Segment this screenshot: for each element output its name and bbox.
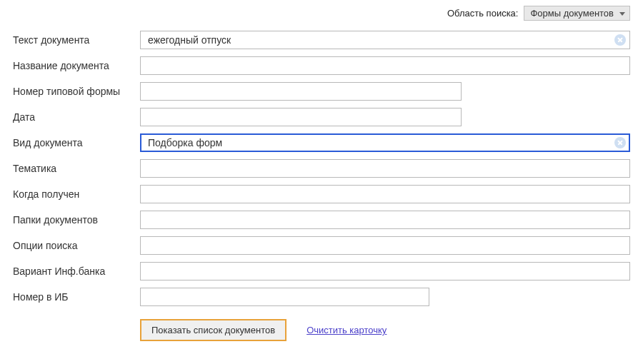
field-document-text (140, 31, 630, 49)
row-received: Когда получен (13, 185, 630, 203)
label-document-text: Текст документа (13, 34, 140, 46)
field-form-number (140, 82, 462, 101)
input-date[interactable] (140, 108, 462, 126)
field-folders (140, 211, 630, 229)
field-bank-variant (140, 262, 630, 280)
input-document-title[interactable] (140, 56, 630, 75)
field-ib-number (140, 288, 429, 306)
label-folders: Папки документов (13, 214, 140, 226)
field-options (140, 236, 630, 255)
search-form: Текст документа Название документа Номер… (0, 24, 643, 341)
label-received: Когда получен (13, 188, 140, 200)
input-form-number[interactable] (140, 82, 462, 101)
field-received (140, 185, 630, 203)
input-received[interactable] (140, 185, 630, 203)
search-area-label: Область поиска: (447, 8, 518, 19)
input-document-kind[interactable] (140, 133, 630, 152)
row-date: Дата (13, 108, 630, 126)
input-options[interactable] (140, 236, 630, 255)
field-date (140, 108, 462, 126)
label-topic: Тематика (13, 163, 140, 174)
actions-bar: Показать список документов Очистить карт… (140, 319, 630, 341)
label-document-kind: Вид документа (13, 137, 140, 148)
row-folders: Папки документов (13, 211, 630, 229)
clear-card-link[interactable]: Очистить карточку (306, 325, 387, 335)
row-options: Опции поиска (13, 236, 630, 255)
row-document-kind: Вид документа (13, 133, 630, 152)
top-bar: Область поиска: Формы документов (0, 0, 643, 24)
input-topic[interactable] (140, 159, 630, 178)
row-document-text: Текст документа (13, 31, 630, 49)
row-bank-variant: Вариант Инф.банка (13, 262, 630, 280)
clear-icon[interactable] (614, 34, 626, 46)
row-document-title: Название документа (13, 56, 630, 75)
row-topic: Тематика (13, 159, 630, 178)
row-form-number: Номер типовой формы (13, 82, 630, 101)
row-ib-number: Номер в ИБ (13, 288, 630, 306)
label-form-number: Номер типовой формы (13, 86, 140, 97)
label-bank-variant: Вариант Инф.банка (13, 266, 140, 277)
input-bank-variant[interactable] (140, 262, 630, 280)
input-document-text[interactable] (140, 31, 630, 49)
label-document-title: Название документа (13, 60, 140, 71)
field-topic (140, 159, 630, 178)
label-date: Дата (13, 111, 140, 123)
search-area-selected: Формы документов (530, 8, 614, 19)
field-document-title (140, 56, 630, 75)
input-ib-number[interactable] (140, 288, 429, 306)
clear-icon[interactable] (614, 137, 626, 148)
input-folders[interactable] (140, 211, 630, 229)
search-area-select[interactable]: Формы документов (524, 6, 630, 21)
label-options: Опции поиска (13, 240, 140, 251)
label-ib-number: Номер в ИБ (13, 291, 140, 303)
show-documents-button[interactable]: Показать список документов (140, 319, 286, 341)
field-document-kind (140, 133, 630, 152)
